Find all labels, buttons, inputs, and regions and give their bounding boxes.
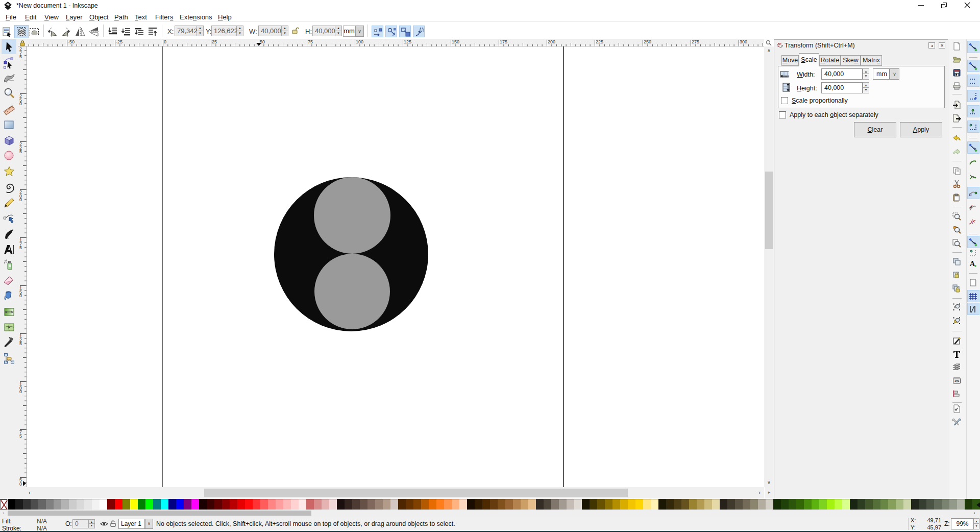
- svg-text:0: 0: [19, 293, 22, 298]
- svg-text:5: 5: [19, 433, 22, 439]
- svg-text:125: 125: [404, 39, 411, 44]
- svg-text:-50: -50: [68, 39, 75, 44]
- svg-text:200: 200: [548, 39, 555, 44]
- svg-text:5: 5: [19, 245, 22, 250]
- svg-text:175: 175: [500, 39, 507, 44]
- svg-text:5: 5: [19, 54, 22, 59]
- svg-text:250: 250: [644, 39, 651, 44]
- svg-text:<>: <>: [954, 379, 960, 383]
- svg-text:75: 75: [308, 39, 313, 44]
- svg-text:0: 0: [19, 101, 22, 106]
- svg-text:100: 100: [356, 39, 363, 44]
- svg-text:A: A: [970, 260, 975, 268]
- svg-text:25: 25: [212, 39, 217, 44]
- svg-text:-25: -25: [116, 39, 122, 44]
- svg-text:5: 5: [19, 341, 22, 346]
- svg-text:300: 300: [740, 39, 747, 44]
- svg-text:275: 275: [692, 39, 699, 44]
- svg-text:150: 150: [452, 39, 459, 44]
- svg-text:0: 0: [19, 197, 22, 202]
- svg-text:0: 0: [164, 39, 166, 44]
- svg-text:0: 0: [19, 389, 22, 394]
- svg-text:225: 225: [596, 39, 603, 44]
- svg-text:5: 5: [19, 149, 22, 154]
- svg-text:0: 0: [19, 481, 22, 487]
